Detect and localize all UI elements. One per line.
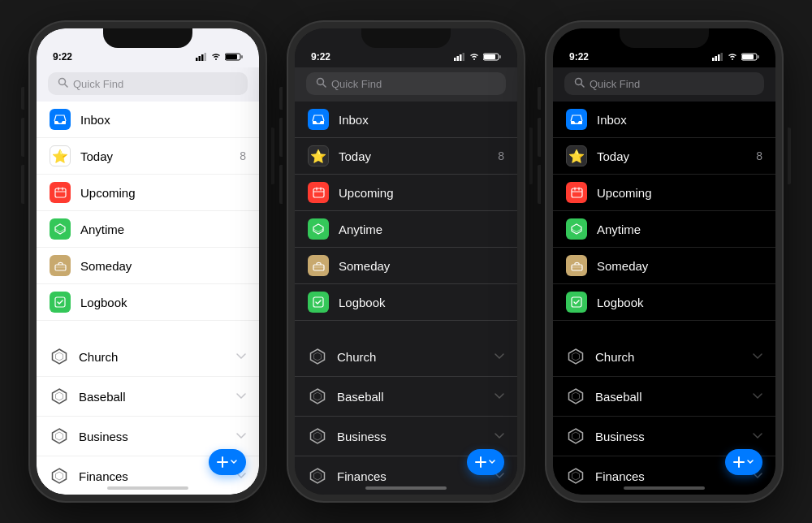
list-item-today[interactable]: ⭐Today8 — [295, 138, 517, 175]
search-bar[interactable]: Quick Find — [564, 72, 764, 95]
search-bar[interactable]: Quick Find — [306, 72, 506, 95]
status-time: 9:22 — [311, 51, 330, 63]
svg-rect-0 — [196, 58, 198, 61]
baseball-area-icon — [308, 387, 327, 406]
today-label: Today — [597, 149, 629, 163]
list-item-someday[interactable]: Someday — [553, 248, 775, 284]
finances-area-label: Finances — [337, 469, 387, 483]
someday-label: Someday — [80, 259, 132, 273]
svg-rect-36 — [712, 58, 715, 61]
status-icons — [454, 53, 501, 61]
upcoming-label: Upcoming — [597, 186, 652, 200]
area-item-baseball[interactable]: Baseball — [295, 377, 517, 417]
plus-icon — [733, 456, 745, 468]
svg-rect-9 — [55, 188, 66, 197]
list-item-upcoming[interactable]: Upcoming — [37, 175, 259, 211]
phone-button — [279, 118, 283, 157]
list-item-logbook[interactable]: Logbook — [37, 284, 259, 321]
baseball-chevron — [495, 391, 504, 402]
list-item-anytime[interactable]: Anytime — [37, 211, 259, 248]
list-area: Inbox⭐Today8UpcomingAnytimeSomedayLogboo… — [37, 102, 259, 495]
anytime-icon — [308, 218, 329, 240]
add-fab-button[interactable] — [467, 449, 504, 475]
inbox-icon — [50, 109, 71, 130]
phone-button — [279, 165, 283, 204]
list-item-anytime[interactable]: Anytime — [553, 211, 775, 248]
list-item-inbox[interactable]: Inbox — [37, 102, 259, 138]
svg-line-44 — [581, 84, 585, 88]
svg-rect-27 — [313, 188, 324, 197]
list-area: Inbox⭐Today8UpcomingAnytimeSomedayLogboo… — [553, 102, 775, 495]
status-icons — [196, 53, 243, 61]
phone-button — [538, 165, 541, 204]
search-bar-wrapper: Quick Find — [295, 67, 517, 102]
inbox-icon — [308, 109, 329, 130]
svg-rect-2 — [201, 54, 204, 61]
business-area-icon — [50, 426, 69, 446]
church-area-label: Church — [337, 350, 376, 364]
status-bar: 9:22 — [295, 28, 517, 67]
signal-icon — [712, 53, 723, 61]
list-item-anytime[interactable]: Anytime — [295, 211, 517, 248]
plus-icon — [217, 456, 228, 468]
area-item-church[interactable]: Church — [37, 337, 259, 377]
svg-line-26 — [323, 84, 326, 88]
svg-rect-33 — [313, 297, 323, 307]
search-icon — [58, 77, 68, 90]
svg-rect-15 — [55, 297, 65, 307]
home-indicator — [365, 486, 447, 490]
today-icon: ⭐ — [566, 145, 587, 166]
svg-rect-18 — [454, 58, 456, 61]
battery-icon — [225, 53, 243, 61]
list-item-someday[interactable]: Someday — [37, 248, 259, 284]
svg-rect-6 — [241, 55, 243, 58]
upcoming-label: Upcoming — [339, 186, 394, 200]
search-icon — [316, 77, 326, 90]
list-item-upcoming[interactable]: Upcoming — [553, 175, 775, 211]
anytime-label: Anytime — [339, 223, 382, 236]
area-item-church[interactable]: Church — [553, 337, 775, 377]
list-item-logbook[interactable]: Logbook — [553, 284, 775, 321]
svg-rect-1 — [199, 56, 201, 61]
finances-area-icon — [308, 466, 327, 486]
church-area-icon — [566, 347, 585, 366]
finances-area-icon — [566, 466, 585, 486]
baseball-area-icon — [50, 387, 69, 406]
list-item-logbook[interactable]: Logbook — [295, 284, 517, 321]
home-indicator — [107, 486, 188, 490]
phone-button — [271, 128, 274, 184]
list-item-inbox[interactable]: Inbox — [553, 102, 775, 138]
business-chevron — [753, 430, 762, 442]
phone-button — [279, 87, 283, 110]
logbook-label: Logbook — [80, 296, 127, 309]
inbox-label: Inbox — [339, 113, 369, 127]
list-item-inbox[interactable]: Inbox — [295, 102, 517, 138]
baseball-chevron — [236, 391, 246, 402]
church-chevron — [753, 351, 762, 362]
list-item-someday[interactable]: Someday — [295, 248, 517, 284]
inbox-label: Inbox — [80, 113, 110, 127]
svg-rect-24 — [499, 55, 501, 58]
business-area-icon — [308, 426, 327, 446]
list-item-upcoming[interactable]: Upcoming — [295, 175, 517, 211]
phone-button — [538, 118, 541, 157]
search-bar-wrapper: Quick Find — [553, 67, 775, 102]
svg-rect-20 — [460, 54, 462, 61]
status-time: 9:22 — [53, 51, 72, 63]
status-bar: 9:22 — [37, 28, 259, 67]
phone-button — [21, 165, 24, 204]
list-item-today[interactable]: ⭐Today8 — [37, 138, 259, 175]
svg-rect-13 — [55, 265, 66, 270]
add-fab-button[interactable] — [209, 449, 246, 475]
logbook-icon — [566, 292, 587, 313]
svg-rect-21 — [463, 53, 465, 61]
add-fab-button[interactable] — [725, 449, 762, 475]
area-item-baseball[interactable]: Baseball — [553, 377, 775, 417]
upcoming-icon — [566, 182, 587, 203]
area-item-church[interactable]: Church — [295, 337, 517, 377]
list-item-today[interactable]: ⭐Today8 — [553, 138, 775, 175]
baseball-area-label: Baseball — [337, 390, 384, 404]
upcoming-label: Upcoming — [80, 186, 136, 200]
search-bar[interactable]: Quick Find — [48, 72, 248, 95]
area-item-baseball[interactable]: Baseball — [37, 377, 259, 417]
